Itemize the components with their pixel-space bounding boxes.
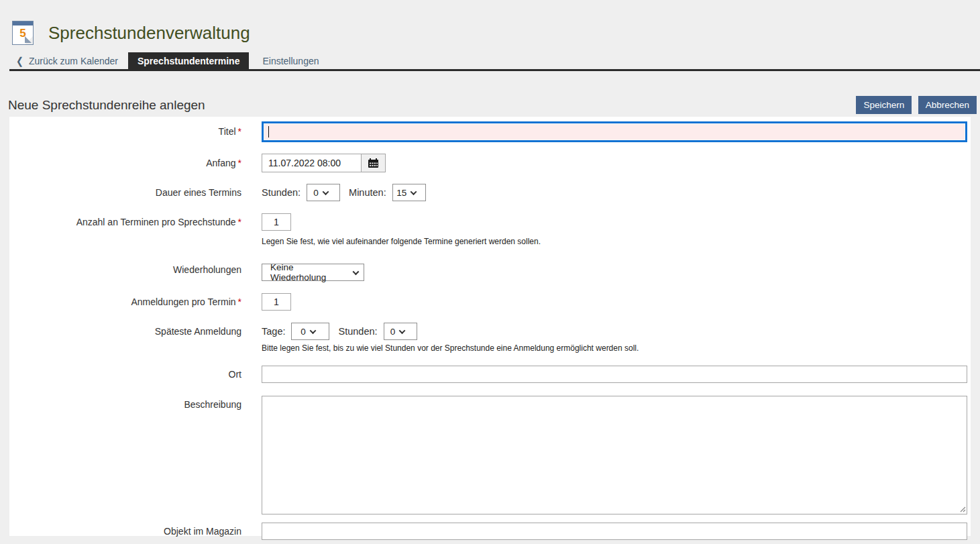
back-to-calendar-label: Zurück zum Kalender [29, 56, 118, 66]
stunden-label: Stunden: [262, 187, 301, 198]
tage-label: Tage: [262, 326, 285, 337]
row-objekt: Objekt im Magazin [9, 523, 971, 540]
chevron-down-icon [309, 327, 316, 334]
row-spaeteste: Späteste Anmeldung Tage: 0 Stunden: 0 Bi… [9, 323, 971, 353]
spaeteste-help-text: Bitte legen Sie fest, bis zu wie viel St… [262, 343, 967, 353]
row-anmeldungen: Anmeldungen pro Termin* [9, 293, 971, 311]
spaeteste-label: Späteste Anmeldung [9, 323, 262, 340]
app-title: Sprechstundenverwaltung [48, 23, 250, 44]
form-panel: Titel* Anfang* [9, 117, 971, 536]
app-header: 5 Sprechstundenverwaltung [0, 0, 980, 52]
back-to-calendar-link[interactable]: ❮ Zurück zum Kalender [16, 52, 128, 69]
dauer-label: Dauer eines Termins [9, 184, 262, 201]
anzahl-label: Anzahl an Terminen pro Sprechstunde* [9, 213, 262, 231]
row-dauer: Dauer eines Termins Stunden: 0 Minuten: … [9, 184, 971, 201]
ort-label: Ort [9, 366, 262, 383]
calendar-app-icon: 5 [12, 21, 34, 45]
anfang-input[interactable] [262, 154, 362, 172]
beschreibung-label: Beschreibung [9, 396, 262, 413]
calendar-icon-fold [25, 36, 32, 43]
minuten-label: Minuten: [349, 187, 386, 198]
toolbar-actions: Speichern Abbrechen [853, 96, 977, 114]
wiederholungen-label: Wiederholungen [9, 261, 262, 278]
tab-sprechstundentermine[interactable]: Sprechstundentermine [128, 52, 249, 69]
anfang-label: Anfang* [9, 154, 262, 172]
dauer-minuten-select[interactable]: 15 [392, 184, 426, 201]
ort-input[interactable] [262, 366, 967, 383]
anzahl-input[interactable] [262, 213, 291, 231]
text-caret [268, 126, 269, 138]
tab-einstellungen[interactable]: Einstellungen [260, 52, 321, 69]
chevron-down-icon [399, 327, 406, 334]
save-button[interactable]: Speichern [856, 96, 912, 114]
beschreibung-textarea[interactable] [262, 396, 967, 514]
chevron-down-icon [411, 188, 417, 195]
row-anfang: Anfang* [9, 154, 971, 172]
calendar-picker-button[interactable] [362, 154, 385, 172]
calendar-icon [368, 158, 379, 168]
titel-input[interactable] [262, 121, 967, 142]
anmeldungen-label: Anmeldungen pro Termin* [9, 293, 262, 311]
row-titel: Titel* [9, 121, 971, 142]
spaeteste-stunden-select[interactable]: 0 [384, 323, 417, 340]
dauer-stunden-select[interactable]: 0 [307, 184, 340, 201]
row-ort: Ort [9, 366, 971, 383]
wiederholungen-select[interactable]: Keine Wiederholung [262, 264, 364, 281]
objekt-label: Objekt im Magazin [9, 523, 262, 540]
chevron-left-icon: ❮ [16, 55, 23, 66]
anmeldungen-input[interactable] [262, 293, 291, 311]
spaeteste-tage-select[interactable]: 0 [291, 323, 329, 340]
titel-label: Titel* [9, 121, 262, 142]
row-anzahl: Anzahl an Terminen pro Sprechstunde* Leg… [9, 213, 971, 246]
cancel-button[interactable]: Abbrechen [918, 96, 977, 114]
tab-bar: ❮ Zurück zum Kalender Sprechstundentermi… [9, 52, 980, 71]
row-beschreibung: Beschreibung [9, 396, 971, 514]
calendar-icon-header [13, 21, 33, 25]
anzahl-help-text: Legen Sie fest, wie viel aufeinander fol… [262, 237, 967, 246]
chevron-down-icon [322, 188, 329, 195]
chevron-down-icon [353, 268, 360, 275]
row-wiederholungen: Wiederholungen Keine Wiederholung [9, 261, 971, 281]
page-title: Neue Sprechstundenreihe anlegen [8, 98, 205, 113]
objekt-input[interactable] [262, 523, 967, 540]
toolbar: Neue Sprechstundenreihe anlegen Speicher… [8, 96, 977, 114]
spaeteste-stunden-label: Stunden: [338, 326, 377, 337]
